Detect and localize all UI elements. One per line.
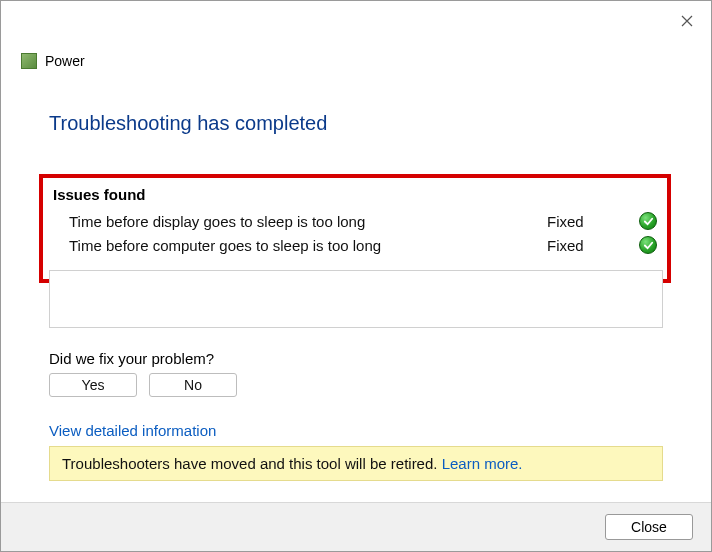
learn-more-link[interactable]: Learn more. <box>442 455 523 472</box>
window-title: Power <box>45 53 85 69</box>
yes-button[interactable]: Yes <box>49 373 137 397</box>
page-title: Troubleshooting has completed <box>49 112 327 135</box>
view-detailed-link[interactable]: View detailed information <box>49 422 216 439</box>
footer-bar: Close <box>1 502 711 551</box>
close-button[interactable]: Close <box>605 514 693 540</box>
fixed-check-icon <box>637 236 657 254</box>
issues-heading: Issues found <box>53 186 657 203</box>
fixed-check-icon <box>637 212 657 230</box>
issue-description: Time before computer goes to sleep is to… <box>69 237 547 254</box>
notice-text: Troubleshooters have moved and this tool… <box>62 455 442 472</box>
issue-status: Fixed <box>547 213 637 230</box>
issue-status: Fixed <box>547 237 637 254</box>
issues-found-box: Issues found Time before display goes to… <box>39 174 671 283</box>
no-button[interactable]: No <box>149 373 237 397</box>
window-header: Power <box>21 53 85 69</box>
retirement-notice: Troubleshooters have moved and this tool… <box>49 446 663 481</box>
issue-description: Time before display goes to sleep is too… <box>69 213 547 230</box>
issue-row: Time before computer goes to sleep is to… <box>53 233 657 257</box>
feedback-question: Did we fix your problem? <box>49 350 214 367</box>
close-icon[interactable] <box>677 11 697 31</box>
power-icon <box>21 53 37 69</box>
issue-row: Time before display goes to sleep is too… <box>53 209 657 233</box>
details-panel <box>49 270 663 328</box>
feedback-buttons: Yes No <box>49 373 237 397</box>
